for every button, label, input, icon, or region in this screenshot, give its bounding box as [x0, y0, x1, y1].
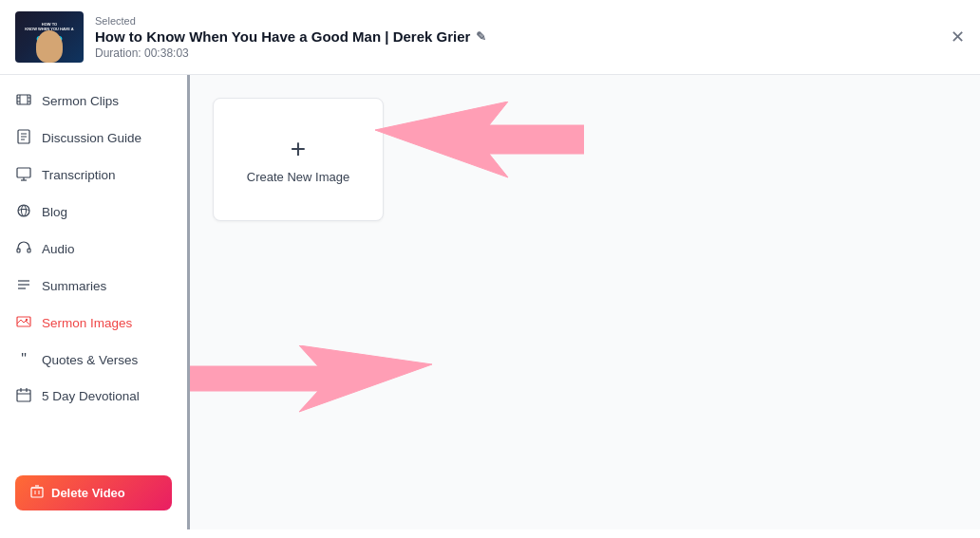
svg-rect-22	[17, 390, 30, 401]
sidebar-item-blog[interactable]: Blog	[0, 194, 187, 231]
transcription-label: Transcription	[42, 168, 116, 182]
calendar-icon	[15, 387, 32, 405]
delete-video-button[interactable]: Delete Video	[15, 475, 172, 510]
create-card-label: Create New Image	[247, 170, 349, 184]
blog-icon	[15, 203, 32, 221]
svg-marker-32	[190, 345, 432, 412]
audio-label: Audio	[42, 242, 75, 256]
image-icon	[15, 314, 32, 332]
close-button[interactable]: ✕	[951, 28, 965, 46]
video-thumbnail: HOW TOKNOW WHEN YOU HAVE A GOOD MAN	[15, 11, 84, 63]
film-icon	[15, 92, 32, 110]
sermon-images-label: Sermon Images	[42, 316, 132, 330]
svg-point-14	[22, 206, 27, 216]
plus-icon: +	[291, 136, 306, 162]
edit-icon[interactable]: ✎	[476, 29, 486, 44]
sidebar-item-audio[interactable]: Audio	[0, 231, 187, 268]
svg-marker-31	[375, 102, 584, 177]
svg-rect-0	[17, 95, 30, 104]
thumbnail-person	[36, 30, 63, 63]
svg-rect-11	[17, 168, 30, 177]
headphones-icon	[15, 240, 32, 258]
monitor-icon	[15, 166, 32, 184]
quote-icon: "	[15, 351, 32, 368]
sidebar-item-sermon-images[interactable]: Sermon Images	[0, 305, 187, 342]
book-icon	[15, 129, 32, 147]
5-day-devotional-label: 5 Day Devotional	[42, 389, 140, 403]
list-icon	[15, 277, 32, 295]
discussion-guide-label: Discussion Guide	[42, 131, 141, 145]
arrow-annotation-right	[375, 102, 584, 187]
header: HOW TOKNOW WHEN YOU HAVE A GOOD MAN Sele…	[0, 0, 980, 75]
sermon-clips-label: Sermon Clips	[42, 94, 119, 108]
blog-label: Blog	[42, 205, 67, 219]
sidebar-item-quotes-verses[interactable]: " Quotes & Verses	[0, 342, 187, 378]
summaries-label: Summaries	[42, 279, 106, 293]
sidebar-item-discussion-guide[interactable]: Discussion Guide	[0, 120, 187, 157]
main-layout: Sermon Clips Discussion Guide	[0, 75, 980, 529]
sidebar-item-summaries[interactable]: Summaries	[0, 268, 187, 305]
sidebar-item-transcription[interactable]: Transcription	[0, 157, 187, 194]
video-title: How to Know When You Have a Good Man | D…	[95, 28, 965, 45]
delete-icon	[30, 485, 44, 501]
selected-label: Selected	[95, 15, 965, 27]
delete-button-container: Delete Video	[0, 464, 187, 522]
header-info: Selected How to Know When You Have a Goo…	[95, 15, 965, 60]
svg-rect-26	[31, 488, 43, 497]
sidebar-items: Sermon Clips Discussion Guide	[0, 83, 187, 464]
content-area: + Create New Image	[190, 75, 980, 529]
sidebar-item-sermon-clips[interactable]: Sermon Clips	[0, 83, 187, 120]
delete-button-label: Delete Video	[51, 486, 125, 500]
sidebar: Sermon Clips Discussion Guide	[0, 75, 190, 529]
sidebar-item-5-day-devotional[interactable]: 5 Day Devotional	[0, 378, 187, 415]
arrow-annotation-left	[190, 345, 432, 417]
svg-point-21	[26, 319, 28, 321]
quotes-verses-label: Quotes & Verses	[42, 353, 138, 367]
create-new-image-card[interactable]: + Create New Image	[213, 98, 384, 221]
video-duration: Duration: 00:38:03	[95, 46, 965, 60]
